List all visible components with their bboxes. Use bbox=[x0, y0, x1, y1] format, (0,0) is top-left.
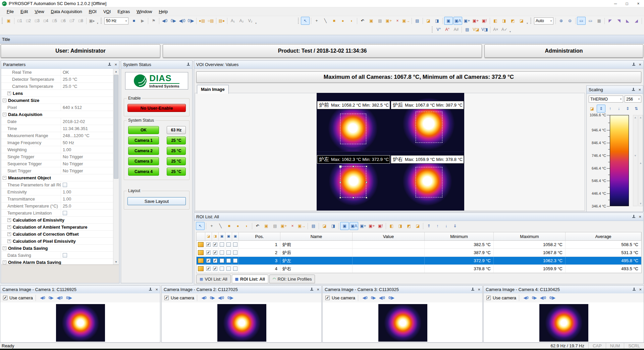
properties-icon[interactable]: ▤ bbox=[413, 17, 421, 24]
zoom-out-icon[interactable]: ⊖ bbox=[566, 17, 574, 24]
roi-checkbox-unchecked[interactable] bbox=[233, 242, 237, 247]
param-row[interactable]: Transmittance1.00 bbox=[1, 195, 114, 202]
bring-front-icon[interactable]: ◧ bbox=[491, 17, 499, 24]
pin-icon[interactable] bbox=[471, 287, 475, 292]
param-value[interactable]: 11:34:36.351 bbox=[61, 126, 114, 131]
save-roi-icon[interactable]: ◨ bbox=[433, 17, 441, 24]
roi-checkbox-checked[interactable]: ✓ bbox=[213, 250, 217, 255]
palette-settings-icon[interactable]: ◪ bbox=[588, 105, 596, 112]
move-up-icon[interactable]: ↑ bbox=[433, 222, 441, 230]
roi-rectangle[interactable] bbox=[416, 167, 442, 197]
minimize-icon[interactable]: ─ bbox=[610, 0, 621, 7]
delete-icon[interactable]: × bbox=[393, 17, 401, 24]
paste-icon[interactable]: ▤ bbox=[271, 222, 279, 230]
roi-column-header[interactable]: Minimum bbox=[425, 232, 494, 240]
param-checkbox[interactable] bbox=[63, 183, 67, 187]
font-a1-icon[interactable]: A₁ bbox=[229, 17, 237, 24]
roi-rectangle[interactable] bbox=[416, 112, 442, 143]
roi-handle[interactable] bbox=[366, 197, 367, 198]
param-row[interactable]: Start TriggerNo Trigger bbox=[1, 167, 114, 174]
status-camera-3-button[interactable]: Camera 3 bbox=[128, 157, 159, 165]
param-row[interactable]: Time11:34:36.351 bbox=[1, 125, 114, 132]
roi-add-mini-icon[interactable]: ▣ bbox=[231, 233, 239, 240]
select-tool-icon[interactable]: ↖ bbox=[196, 222, 205, 230]
roi-rectangle[interactable] bbox=[340, 166, 366, 197]
expand-icon[interactable]: + bbox=[7, 239, 11, 243]
frame-first-icon[interactable]: ◀0 bbox=[161, 17, 169, 24]
draw-line-icon[interactable]: ╲ bbox=[321, 17, 329, 24]
product-button[interactable]: Product: Test / 2018-12-02 11:34:36 bbox=[163, 44, 482, 58]
param-value[interactable]: 1.00 bbox=[61, 147, 114, 152]
param-value[interactable]: No Trigger bbox=[61, 168, 114, 173]
draw-rect-icon[interactable]: ■ bbox=[225, 222, 233, 230]
scale-min-down-icon[interactable]: ↓ bbox=[615, 105, 623, 112]
camera-thermal-image[interactable] bbox=[56, 304, 105, 342]
window-7-icon[interactable]: □7 bbox=[68, 17, 76, 24]
param-row[interactable]: +Calculation of Correction Offset bbox=[1, 231, 114, 238]
roi-checkbox-unchecked[interactable] bbox=[226, 250, 231, 255]
param-value[interactable] bbox=[61, 183, 114, 187]
roi-column-header[interactable]: Pos. bbox=[239, 232, 280, 240]
tab-voi-list-all[interactable]: ▦VOI List: All bbox=[196, 275, 231, 283]
show-roi-icon[interactable]: ▣ bbox=[444, 17, 453, 25]
zoom-combo[interactable]: Auto▾ bbox=[534, 17, 553, 24]
expand-icon[interactable]: + bbox=[7, 232, 11, 236]
roi-region-label[interactable]: 炉左Max: 1062.3 °C Min: 372.9 °C bbox=[317, 155, 390, 164]
status-camera-1-button[interactable]: Camera 1 bbox=[128, 136, 159, 144]
roi-column-header[interactable]: Name bbox=[280, 232, 353, 240]
param-value[interactable]: No Trigger bbox=[61, 154, 114, 159]
clear-voi-icon[interactable]: A× bbox=[492, 26, 500, 33]
param-row[interactable]: −Data Acquisition bbox=[1, 111, 114, 118]
roi-checkbox-unchecked[interactable] bbox=[220, 250, 224, 255]
roi-color-swatch[interactable] bbox=[198, 258, 204, 263]
cam-first-frame-icon[interactable]: ◀0 bbox=[202, 296, 207, 300]
actual-size-icon[interactable]: ▭ bbox=[586, 17, 594, 24]
send-back-icon[interactable]: ◨ bbox=[396, 222, 404, 230]
roi-checkbox-unchecked[interactable] bbox=[220, 267, 224, 271]
play-icon[interactable]: ▶ bbox=[139, 17, 147, 24]
use-camera-checkbox[interactable]: ✓ bbox=[3, 296, 7, 300]
cam-first-frame-icon[interactable]: ◀0 bbox=[524, 296, 529, 300]
select-tool-icon[interactable]: ↖ bbox=[301, 17, 310, 25]
menu-file[interactable]: File bbox=[3, 8, 17, 15]
frequency-combo[interactable]: 50 Hz▾ bbox=[104, 17, 128, 24]
collapse-icon[interactable]: − bbox=[3, 99, 6, 102]
roi-checkbox-checked[interactable]: ✓ bbox=[206, 242, 211, 247]
user-enable-button[interactable]: No User-Enable bbox=[127, 104, 186, 112]
collapse-icon[interactable]: − bbox=[3, 260, 6, 264]
pin-icon[interactable] bbox=[310, 287, 314, 292]
roi-handle[interactable] bbox=[339, 165, 342, 168]
roi-rectangle[interactable] bbox=[340, 114, 366, 144]
cam-next-frame-icon[interactable]: 0|▶ bbox=[549, 296, 555, 300]
param-row[interactable]: Camera Temperature25.0 °C bbox=[1, 83, 114, 90]
bring-forward-icon[interactable]: ◩ bbox=[405, 222, 413, 230]
roi-checkbox-unchecked[interactable] bbox=[233, 250, 237, 255]
camera-thermal-image[interactable] bbox=[217, 304, 266, 342]
collapse-icon[interactable]: − bbox=[3, 176, 6, 180]
param-row[interactable]: −Online Data Saving bbox=[1, 245, 114, 252]
use-camera-checkbox[interactable]: ✓ bbox=[325, 296, 330, 300]
trigger-flag-icon[interactable]: ⚑ bbox=[150, 17, 158, 24]
roi-column-header[interactable]: ▣ bbox=[232, 232, 239, 240]
close-panel-icon[interactable]: × bbox=[114, 62, 117, 67]
properties-icon[interactable]: ▤ bbox=[309, 222, 317, 230]
close-panel-icon[interactable]: × bbox=[639, 215, 641, 219]
use-camera-checkbox[interactable]: ✓ bbox=[164, 296, 169, 300]
frame-last-icon[interactable]: 0▶ bbox=[169, 17, 177, 24]
zoom-in-icon[interactable]: ⊕ bbox=[557, 17, 565, 24]
roi-alarm-icon[interactable]: ▣! bbox=[480, 17, 488, 24]
roi-handle[interactable] bbox=[366, 166, 367, 167]
cam-next-frame-icon[interactable]: 0|▶ bbox=[227, 296, 233, 300]
param-row[interactable]: +Calculation of Pixel Emissivity bbox=[1, 238, 114, 245]
param-row[interactable]: −Measurement Object bbox=[1, 174, 114, 181]
param-row[interactable]: Measurement Range248...1200 °C bbox=[1, 132, 114, 139]
expand-icon[interactable]: + bbox=[7, 218, 11, 222]
roi-region-label[interactable]: 炉前Max: 1058.2 °C Min: 382.5 °C bbox=[317, 101, 390, 109]
cam-prev-frame-icon[interactable]: ◀|0 bbox=[218, 296, 224, 300]
roi-column-header[interactable]: Average bbox=[566, 232, 641, 240]
param-row[interactable]: Detector Temperature25.0 °C bbox=[1, 76, 114, 83]
cam-last-frame-icon[interactable]: 0▶ bbox=[210, 296, 215, 300]
param-value[interactable]: 25.0 °C bbox=[61, 84, 114, 89]
save-roi-icon[interactable]: ◨ bbox=[329, 222, 337, 230]
maximize-icon[interactable]: □ bbox=[621, 0, 633, 7]
